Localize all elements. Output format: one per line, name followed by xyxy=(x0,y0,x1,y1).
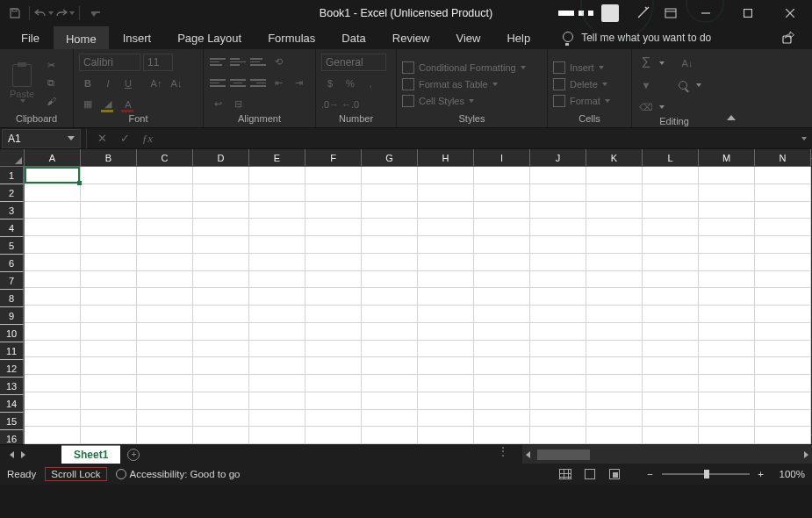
row-header[interactable]: 14 xyxy=(0,395,24,413)
cell[interactable] xyxy=(193,254,249,271)
cell[interactable] xyxy=(362,323,418,341)
cell[interactable] xyxy=(699,219,755,236)
accessibility-status[interactable]: Accessibility: Good to go xyxy=(116,469,241,479)
row-header[interactable]: 2 xyxy=(0,184,24,202)
cell[interactable] xyxy=(362,184,418,202)
cell[interactable] xyxy=(305,392,362,410)
cell[interactable] xyxy=(137,254,193,271)
cell[interactable] xyxy=(418,167,474,184)
cell[interactable] xyxy=(755,323,811,341)
cell[interactable] xyxy=(81,254,137,271)
cell[interactable] xyxy=(305,167,362,184)
cell[interactable] xyxy=(418,410,474,428)
column-header[interactable]: D xyxy=(193,149,249,167)
cell[interactable] xyxy=(25,236,81,254)
cell[interactable] xyxy=(418,219,474,236)
magic-button[interactable] xyxy=(629,0,656,26)
cell[interactable] xyxy=(193,184,249,202)
cell[interactable] xyxy=(137,357,193,375)
cell[interactable] xyxy=(474,184,530,202)
conditional-formatting-button[interactable]: Conditional Formatting xyxy=(402,61,526,74)
row-header[interactable]: 3 xyxy=(0,202,24,219)
align-right-button[interactable] xyxy=(249,75,267,92)
decrease-decimal-button[interactable]: ←.0 xyxy=(341,96,359,113)
cell[interactable] xyxy=(193,288,249,306)
cell[interactable] xyxy=(305,254,362,271)
formula-input[interactable] xyxy=(159,129,794,148)
cell[interactable] xyxy=(25,271,81,289)
column-header[interactable]: E xyxy=(249,149,305,167)
row-header[interactable]: 13 xyxy=(0,378,24,395)
tab-file[interactable]: File xyxy=(9,26,52,49)
cell[interactable] xyxy=(249,392,305,410)
cell[interactable] xyxy=(755,167,811,184)
cell[interactable] xyxy=(586,271,643,289)
scroll-right-button[interactable] xyxy=(804,451,808,458)
cell[interactable] xyxy=(418,271,474,289)
cell[interactable] xyxy=(474,410,530,428)
cut-button[interactable]: ✂ xyxy=(42,58,60,74)
enter-formula-button[interactable]: ✓ xyxy=(113,129,136,148)
cell[interactable] xyxy=(418,236,474,254)
tab-home[interactable]: Home xyxy=(54,26,109,49)
page-break-view-button[interactable] xyxy=(602,465,627,483)
align-center-button[interactable] xyxy=(229,75,247,92)
cell[interactable] xyxy=(362,341,418,358)
user-avatar[interactable] xyxy=(601,4,619,22)
cell[interactable] xyxy=(193,202,249,219)
cell[interactable] xyxy=(755,392,811,410)
cell[interactable] xyxy=(418,341,474,358)
cell[interactable] xyxy=(81,219,137,236)
cell[interactable] xyxy=(137,271,193,289)
cell[interactable] xyxy=(81,427,137,444)
cell[interactable] xyxy=(530,219,586,236)
cell[interactable] xyxy=(755,184,811,202)
cell[interactable] xyxy=(643,184,699,202)
cell[interactable] xyxy=(699,341,755,358)
cell[interactable] xyxy=(137,306,193,323)
cell[interactable] xyxy=(25,375,81,392)
cell[interactable] xyxy=(81,357,137,375)
cell[interactable] xyxy=(81,271,137,289)
cell[interactable] xyxy=(362,306,418,323)
cell[interactable] xyxy=(362,202,418,219)
cell[interactable] xyxy=(305,375,362,392)
font-color-button[interactable]: A xyxy=(119,96,137,113)
cell[interactable] xyxy=(530,341,586,358)
cell[interactable] xyxy=(699,323,755,341)
cell[interactable] xyxy=(699,306,755,323)
copy-button[interactable]: ⧉ xyxy=(42,76,60,91)
cell[interactable] xyxy=(249,202,305,219)
row-header[interactable]: 6 xyxy=(0,255,24,272)
cell[interactable] xyxy=(643,323,699,341)
cell[interactable] xyxy=(530,392,586,410)
cell[interactable] xyxy=(81,184,137,202)
cell[interactable] xyxy=(586,306,643,323)
row-header[interactable]: 9 xyxy=(0,307,24,325)
cell[interactable] xyxy=(643,219,699,236)
cell[interactable] xyxy=(81,410,137,428)
cell[interactable] xyxy=(643,271,699,289)
cell[interactable] xyxy=(305,219,362,236)
cell[interactable] xyxy=(193,357,249,375)
cell[interactable] xyxy=(25,254,81,271)
save-icon[interactable] xyxy=(5,4,25,23)
cancel-formula-button[interactable]: ✕ xyxy=(90,129,113,148)
cell[interactable] xyxy=(81,167,137,184)
cell[interactable] xyxy=(81,306,137,323)
cell[interactable] xyxy=(193,410,249,428)
cell[interactable] xyxy=(305,184,362,202)
cell[interactable] xyxy=(193,167,249,184)
cell[interactable] xyxy=(699,375,755,392)
cell[interactable] xyxy=(137,427,193,444)
cell[interactable] xyxy=(137,375,193,392)
cell[interactable] xyxy=(699,254,755,271)
cell[interactable] xyxy=(249,410,305,428)
cell[interactable] xyxy=(586,236,643,254)
comma-style-button[interactable]: , xyxy=(362,75,379,92)
sort-filter-button[interactable]: A↓ xyxy=(679,54,696,72)
cell[interactable] xyxy=(643,236,699,254)
cell[interactable] xyxy=(755,306,811,323)
cell[interactable] xyxy=(249,236,305,254)
column-header[interactable]: A xyxy=(25,149,81,167)
